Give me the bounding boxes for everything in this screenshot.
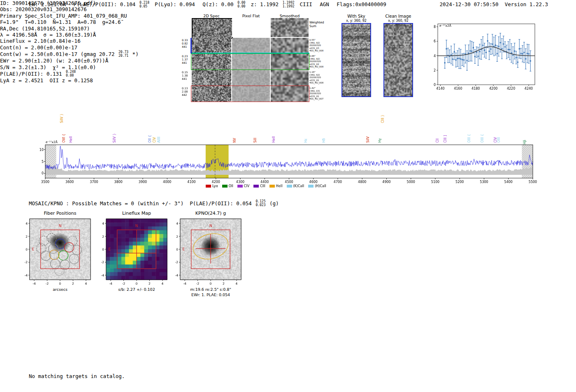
text-segment: Cont(n) = 2.00(±0.00)e-17 <box>0 44 81 51</box>
with-sky-coords: x, y: 360, 92 <box>342 19 370 23</box>
fiber-row-annotation-line: 0.55" <box>309 39 328 42</box>
legend-label: HeII <box>276 184 283 188</box>
fiber-row-image <box>232 70 270 86</box>
fiber-row-left-value: 0.13 <box>182 87 191 90</box>
plus-minus-fraction: 20.7320.71 <box>118 51 128 58</box>
header-item: EW: 2.3±1.0Å <box>29 1 69 7</box>
fiber-row-left-value: 441 <box>182 77 191 81</box>
kpno-thumb <box>167 216 244 285</box>
text-segment: RA,Dec (194.810165,52.159107) <box>0 26 93 32</box>
clean-image-coords: x, y: 360, 92 <box>384 19 412 23</box>
footer-block: No matching targets in catalog. Row inte… <box>29 360 125 392</box>
legend-item: CIII <box>253 184 265 188</box>
weighted-sum-label-line2: Sum <box>309 24 324 28</box>
emission-line-label: Hβ <box>523 140 527 144</box>
emission-line-label: SiIV } <box>113 133 116 143</box>
plus-minus-fraction: 0.2480.08 <box>66 70 76 77</box>
text-segment: MOSAIC/KPNO : Possible Matches = 0 (with… <box>29 200 255 206</box>
spec2d-title-smoothed: Smoothed <box>271 14 309 18</box>
text-segment: Flags:0x00400009 <box>337 1 389 7</box>
legend-swatch <box>206 185 211 188</box>
spec2d-title-pixelflat: Pixel Flat <box>232 14 270 18</box>
emission-line-label: CIII } <box>381 115 385 123</box>
fiber-row-annotation-line: 1.42" <box>309 87 328 90</box>
legend-item: Lyα <box>206 184 218 188</box>
emission-line-label: HeII <box>272 136 276 143</box>
text-segment: P(LAE)/P(OII): 0.104 <box>74 1 139 7</box>
mosaic-header: MOSAIC/KPNO : Possible Matches = 0 (with… <box>29 200 282 207</box>
text-segment: LineFlux = 2.10(±0.84)e-16 <box>0 38 84 44</box>
emission-line-label: CIV <box>153 137 156 143</box>
frac-lower: 0.00 <box>237 5 245 9</box>
fiber-row-left-value: 441 <box>182 61 191 65</box>
fiber-row-annotation-line: 401_RU_008 <box>309 81 328 84</box>
fiber-row-annotation-line: 1.16" <box>309 71 328 74</box>
plus-minus-fraction: 1.19921.1992 <box>283 1 295 8</box>
text-segment: EW: 2.3±1.0Å <box>29 1 69 7</box>
fiber-row-topline <box>192 53 309 53</box>
fiber-row-image <box>192 86 231 102</box>
fiber-row-left-value: 441 <box>182 45 191 49</box>
text-segment: Primary Spec_Slot_IFU_AMP: 401_079_068_R… <box>0 13 130 19</box>
plus-minus-fraction: 0.2180.05 <box>139 1 149 8</box>
spec2d-title-2dspec: 2D Spec <box>192 14 231 18</box>
frac-lower: 0.08 <box>66 74 74 78</box>
fiber-row-left-label: 0.132.08442 <box>182 87 191 97</box>
weighted-sum-smoothed-image <box>271 18 309 37</box>
plus-minus-fraction: 0.1250.023 <box>255 200 265 207</box>
frac-lower: 0.023 <box>255 204 265 207</box>
kpno-title: KPNO(24.7) g <box>178 211 244 216</box>
emission-line-label: Hε <box>304 139 308 143</box>
emission-line-label: Hγ <box>378 138 382 143</box>
header-item: z: 1.1992 1.19921.1992 <box>251 1 295 8</box>
clean-image-title: Clean Image <box>383 14 414 19</box>
emission-line-label: OII { <box>148 135 152 143</box>
line-fit-chart <box>428 20 538 95</box>
legend-swatch <box>287 185 292 188</box>
weighted-sum-label: Weighted Sum <box>309 21 324 28</box>
fiber-row-annotation: 0.86"(360, 92)20200320v031_02401_RU_008 <box>309 55 328 68</box>
frac-lower: 0.05 <box>139 5 147 9</box>
text-segment: EWr = 2.90(±1.20) (w: 2.40(±0.97))Å <box>0 58 111 64</box>
spectrum-chart <box>39 139 539 185</box>
fiber-row-annotation-line: 401_RU_008 <box>309 49 328 52</box>
clean-image <box>384 24 412 96</box>
fiber-row-left-value: 1.37 <box>182 58 191 61</box>
fiber-row-image <box>271 38 309 53</box>
kpno-caption-1: m:19.6 re:2.5" s:0.8" <box>170 287 252 292</box>
fiber-row-left-label: 0.151.38441 <box>182 71 191 81</box>
text-segment: Q(z): 0.00 <box>202 1 237 7</box>
legend-swatch <box>308 185 314 188</box>
weighted-sum-pixelflat-blank <box>232 18 270 37</box>
text-segment: λ = 4196.58Å σ = 13.60(±3.19)Å <box>0 32 99 38</box>
spectrum-legend: LyαOIICIVCIIIHeII(K)CaII(H)CaII <box>206 184 326 188</box>
fiber-row-left-value: 2.08 <box>182 90 191 93</box>
text-segment: AGN <box>320 1 332 7</box>
fiber-row-annotation-line: 0.86" <box>309 55 328 58</box>
legend-swatch <box>269 185 275 188</box>
fiber-row-image <box>271 70 309 86</box>
emission-line-label: OVI { <box>62 134 66 143</box>
lineflux-map-title: Lineflux Map <box>104 211 170 216</box>
header-item: CIII <box>300 1 316 7</box>
legend-swatch <box>253 185 259 188</box>
text-segment: (g) <box>266 200 282 206</box>
text-segment: P(LAE)/P(OII): 0.131 <box>0 71 65 77</box>
text-segment: z: 1.1992 <box>251 1 281 7</box>
header-item: Q(z): 0.00 0.000.00 <box>202 1 246 8</box>
fiber-row-annotation-line: (360, 03) <box>309 90 328 93</box>
header-item: Flags:0x00400009 <box>337 1 389 7</box>
fiber-row-image <box>232 38 270 53</box>
fiber-row-left-label: 0.231.37441 <box>182 55 191 65</box>
emission-line-label: CII <box>436 139 439 143</box>
text-segment: F=1.9" T=0.110 N̄=1.31 A=0.78 g=24.6̄ <box>0 19 124 25</box>
emission-line-label: OIII { <box>481 134 484 143</box>
header-item: P(Lyα): 0.094 <box>155 1 198 7</box>
fiber-row-left-value: 0.82 <box>182 42 191 45</box>
emission-line-label: AlIII <box>157 137 161 143</box>
fiber-row-image <box>232 86 270 102</box>
lineflux-caption: s/b: 2.27 +/- 0.102 <box>95 287 178 292</box>
fiber-row-annotation-line: 20200320 <box>309 92 328 95</box>
fiber-row-left-value: 0.33 <box>182 39 191 42</box>
fiber-positions-title: Fiber Positions <box>27 211 93 216</box>
